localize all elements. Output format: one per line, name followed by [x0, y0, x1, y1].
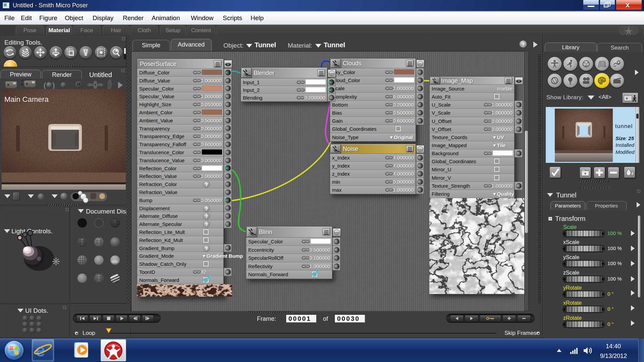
svg-text:+: +	[584, 171, 586, 176]
svg-text:+: +	[626, 96, 628, 101]
